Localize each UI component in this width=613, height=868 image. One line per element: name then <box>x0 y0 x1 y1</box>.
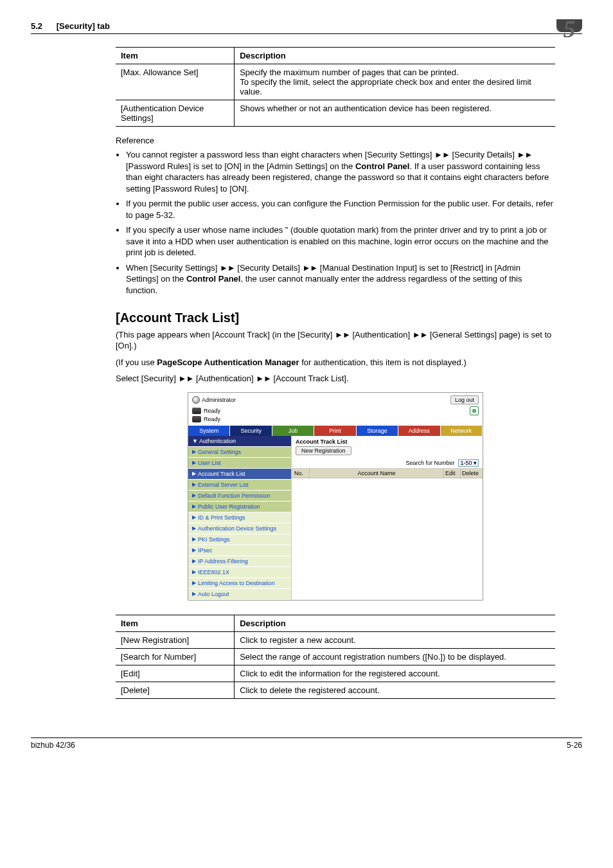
section-title: [Account Track List] <box>116 311 555 325</box>
screenshot: Administrator Log out Ready Ready System… <box>188 392 483 601</box>
sidebar-item[interactable]: ▶Default Function Permission <box>188 491 291 502</box>
th-desc: Description <box>235 48 555 64</box>
admin-label: Administrator <box>192 396 236 404</box>
list-item: You cannot register a password less than… <box>126 149 555 194</box>
cell-item: [Search for Number] <box>116 648 235 665</box>
tab-address[interactable]: Address <box>398 426 440 436</box>
printer-icon <box>192 408 201 414</box>
section-ref: 5.2 [Security] tab <box>31 21 110 31</box>
chapter-number: 5 <box>564 19 576 39</box>
sidebar-item[interactable]: ▶External Server List <box>188 480 291 491</box>
status-row: Ready <box>192 406 479 415</box>
chapter-badge: 5 <box>556 19 582 32</box>
search-label: Search for Number <box>405 460 454 466</box>
user-icon <box>192 396 200 404</box>
intro-3: Select [Security] ►► [Authentication] ►►… <box>116 373 555 384</box>
sidebar-item[interactable]: ▶ID & Print Settings <box>188 512 291 523</box>
th-desc: Description <box>235 615 555 631</box>
col-name: Account Name <box>310 469 444 478</box>
pane-title: Account Track List <box>292 436 483 446</box>
new-registration-button[interactable]: New Registration <box>296 446 351 455</box>
th-item: Item <box>116 48 235 64</box>
list-item: When [Security Settings] ►► [Security De… <box>126 262 555 296</box>
section-number: 5.2 <box>31 21 42 31</box>
footer-page: 5-26 <box>567 741 582 750</box>
cell-desc: Select the range of account registration… <box>235 648 555 665</box>
cell-item: [New Registration] <box>116 631 235 648</box>
sidebar: ▼ Authentication ▶General Settings ▶User… <box>188 436 291 600</box>
item-desc-table-1: Item Description [Max. Allowance Set] Sp… <box>116 47 555 127</box>
table-row: [Edit] Click to edit the information for… <box>116 665 555 682</box>
table-row: [Authentication Device Settings] Shows w… <box>116 100 555 127</box>
tab-security[interactable]: Security <box>230 426 272 436</box>
sidebar-item[interactable]: ▶Auto Logout <box>188 589 291 600</box>
col-delete: Delete <box>461 469 483 478</box>
col-edit: Edit <box>444 469 461 478</box>
sidebar-item[interactable]: ▶IP Address Filtering <box>188 556 291 567</box>
status-row: Ready <box>192 416 479 422</box>
table-row: [Delete] Click to delete the registered … <box>116 682 555 698</box>
cell-desc: Click to delete the registered account. <box>235 682 555 698</box>
sidebar-item[interactable]: ▶User List <box>188 458 291 469</box>
sidebar-item[interactable]: ▶Limiting Access to Destination <box>188 578 291 589</box>
sidebar-item[interactable]: ▶Public User Registration <box>188 502 291 512</box>
cell-desc: Shows whether or not an authentication d… <box>235 100 555 127</box>
page-footer: bizhub 42/36 5-26 <box>31 737 582 750</box>
refresh-icon[interactable] <box>470 406 479 415</box>
chapter-marker: 5 <box>556 19 582 32</box>
printer-icon <box>192 416 201 422</box>
reference-list: You cannot register a password less than… <box>116 149 555 296</box>
search-number-select[interactable]: 1-50 ▾ <box>458 459 479 467</box>
cell-item: [Max. Allowance Set] <box>116 64 235 100</box>
reference-label: Reference <box>116 136 555 145</box>
cell-desc: Click to register a new account. <box>235 631 555 648</box>
intro-1: (This page appears when [Account Track] … <box>116 329 555 352</box>
col-no: No. <box>292 469 310 478</box>
list-item: If you specify a user whose name include… <box>126 224 555 258</box>
sidebar-item[interactable]: ▶IEEE802.1X <box>188 567 291 578</box>
table-row: [Max. Allowance Set] Specify the maximum… <box>116 64 555 100</box>
grid-header: No. Account Name Edit Delete <box>292 469 483 478</box>
cell-item: [Delete] <box>116 682 235 698</box>
tab-storage[interactable]: Storage <box>357 426 398 436</box>
page-header: 5.2 [Security] tab 5 <box>31 19 582 34</box>
sidebar-item[interactable]: ▶PKI Settings <box>188 534 291 545</box>
cell-desc: Specify the maximum number of pages that… <box>235 64 555 100</box>
sidebar-item[interactable]: ▶General Settings <box>188 447 291 458</box>
tab-job[interactable]: Job <box>272 426 314 436</box>
tab-system[interactable]: System <box>188 426 230 436</box>
tab-network[interactable]: Network <box>441 426 483 436</box>
main-pane: Account Track List New Registration Sear… <box>291 436 483 600</box>
search-row: Search for Number 1-50 ▾ <box>292 458 483 469</box>
sidebar-item-active[interactable]: ▶Account Track List <box>188 469 291 480</box>
sidebar-item[interactable]: ▶Authentication Device Settings <box>188 523 291 534</box>
cell-item: [Edit] <box>116 665 235 682</box>
table-row: [Search for Number] Select the range of … <box>116 648 555 665</box>
cell-desc: Click to edit the information for the re… <box>235 665 555 682</box>
section-tab: [Security] tab <box>57 21 110 31</box>
intro-2: (If you use PageScope Authentication Man… <box>116 357 555 368</box>
tabs: System Security Job Print Storage Addres… <box>188 426 483 436</box>
sidebar-header-auth[interactable]: ▼ Authentication <box>188 436 291 447</box>
footer-model: bizhub 42/36 <box>31 741 75 750</box>
th-item: Item <box>116 615 235 631</box>
tab-print[interactable]: Print <box>314 426 356 436</box>
list-item: If you permit the public user access, yo… <box>126 198 555 221</box>
item-desc-table-2: Item Description [New Registration] Clic… <box>116 615 555 699</box>
table-row: [New Registration] Click to register a n… <box>116 631 555 648</box>
chevron-down-icon: ▾ <box>474 460 477 466</box>
cell-item: [Authentication Device Settings] <box>116 100 235 127</box>
sidebar-item[interactable]: ▶IPsec <box>188 545 291 556</box>
logout-button[interactable]: Log out <box>450 395 479 404</box>
